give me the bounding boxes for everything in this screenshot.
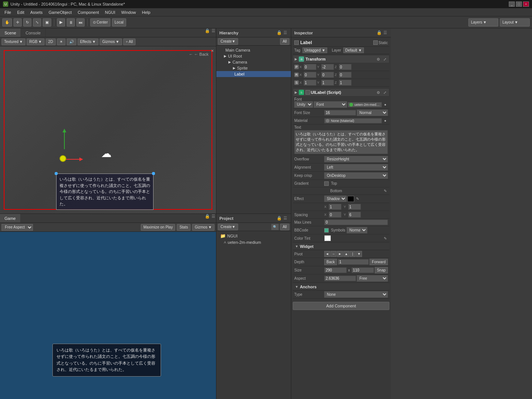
- keep-crisp-dropdown[interactable]: OnDesktop: [324, 172, 388, 179]
- uilabel-header[interactable]: ▶ S UILabel (Script) ⚙ ⤢: [293, 88, 389, 96]
- aspect-input[interactable]: [324, 276, 356, 281]
- hierarchy-all[interactable]: All: [280, 38, 289, 45]
- hierarchy-menu[interactable]: ☰: [283, 30, 288, 35]
- widget-section[interactable]: ▼ Widget: [293, 243, 389, 250]
- pivot-center-v[interactable]: |: [350, 251, 356, 257]
- add-component-button[interactable]: Add Component: [293, 302, 389, 310]
- anchors-type-dropdown[interactable]: None: [324, 291, 388, 298]
- scene-panel-lock[interactable]: 🔒: [204, 28, 211, 37]
- hierarchy-main-camera[interactable]: Main Camera: [216, 47, 291, 53]
- static-check[interactable]: [373, 40, 378, 45]
- gizmos-dropdown[interactable]: Gizmos ▼: [100, 39, 122, 45]
- alignment-dropdown[interactable]: Left: [324, 164, 388, 171]
- hierarchy-ui-root[interactable]: ▶ UI Root: [216, 53, 291, 59]
- menu-component[interactable]: Component: [75, 9, 102, 15]
- pivot-up[interactable]: ▲: [343, 251, 349, 257]
- effect-y-input[interactable]: [348, 204, 361, 210]
- game-panel-menu[interactable]: ☰: [211, 214, 216, 222]
- color-tint-edit[interactable]: ✎: [383, 236, 388, 241]
- transform-expand[interactable]: ⤢: [382, 56, 387, 62]
- game-panel-lock[interactable]: 🔒: [204, 214, 211, 222]
- scene-panel-menu[interactable]: ☰: [211, 28, 216, 37]
- pos-z-input[interactable]: [339, 64, 352, 70]
- aspect-mode-dropdown[interactable]: Free: [357, 275, 388, 282]
- handle-bl[interactable]: [55, 172, 58, 175]
- uilabel-gear[interactable]: ⚙: [376, 90, 381, 95]
- scene-close-btn[interactable]: ×: [211, 48, 214, 53]
- gradient-bottom-edit[interactable]: ✎: [383, 188, 388, 194]
- stats-btn[interactable]: Stats: [177, 224, 191, 231]
- effect-x-input[interactable]: [329, 204, 341, 210]
- pivot-down[interactable]: ▼: [356, 251, 362, 257]
- pause-btn[interactable]: ⏸: [67, 18, 75, 27]
- tab-scene[interactable]: Scene: [0, 28, 21, 37]
- depth-input[interactable]: [338, 259, 369, 265]
- effect-color-edit[interactable]: ✎: [355, 196, 360, 202]
- pos-y-input[interactable]: [321, 64, 334, 70]
- rect-tool[interactable]: ▣: [43, 18, 51, 27]
- maximize-btn[interactable]: □: [516, 1, 522, 7]
- overflow-dropdown[interactable]: ResizeHeight: [324, 156, 388, 162]
- gradient-checkbox[interactable]: [324, 181, 329, 186]
- effect-color-swatch[interactable]: [347, 196, 354, 202]
- scale-x-input[interactable]: [304, 80, 316, 86]
- hierarchy-sprite[interactable]: ▶ Sprite: [216, 65, 291, 71]
- font-dropdown[interactable]: Font: [314, 101, 347, 108]
- pivot-right[interactable]: ►: [337, 251, 343, 257]
- font-ref-dot-btn[interactable]: ●: [383, 102, 388, 107]
- aspect-dropdown[interactable]: Free Aspect: [1, 224, 33, 231]
- depth-back-btn[interactable]: Back: [324, 259, 337, 265]
- color-tint-swatch[interactable]: [324, 235, 331, 241]
- layers-dropdown[interactable]: Layers ▼: [468, 18, 498, 27]
- scale-y-input[interactable]: [321, 80, 334, 86]
- menu-file[interactable]: File: [1, 9, 14, 15]
- hierarchy-create[interactable]: Create ▼: [218, 38, 238, 45]
- audio-toggle[interactable]: 🔊: [67, 39, 76, 45]
- tag-dropdown[interactable]: Untagged ▼: [303, 47, 327, 53]
- scene-label-box[interactable]: いろは歌（いろはうた）とは、すべての仮名を重複させずに使って作られた誦文のこと。…: [56, 174, 153, 210]
- material-ref[interactable]: None (Material): [324, 118, 382, 123]
- layout-dropdown[interactable]: Layout ▼: [500, 18, 530, 27]
- inspector-menu[interactable]: ☰: [383, 30, 388, 35]
- lighting-toggle[interactable]: ☀: [57, 39, 66, 45]
- inspector-lock[interactable]: 🔒: [376, 30, 383, 35]
- text-textarea[interactable]: [294, 130, 388, 154]
- menu-edit[interactable]: Edit: [14, 9, 27, 15]
- transform-header[interactable]: ▶ ⊕ Transform ⚙ ⤢: [293, 55, 389, 63]
- menu-help[interactable]: Help: [139, 9, 153, 15]
- font-ref[interactable]: ueten-2m-medium: [348, 102, 382, 107]
- transform-gear[interactable]: ⚙: [376, 56, 381, 62]
- depth-forward-btn[interactable]: Forward: [370, 259, 388, 265]
- rot-label[interactable]: R: [294, 73, 299, 77]
- effect-dropdown[interactable]: Shadow: [324, 196, 347, 202]
- layer-dropdown[interactable]: Default ▼: [343, 47, 364, 53]
- anchors-section[interactable]: ▼ Anchors: [293, 283, 389, 291]
- close-btn[interactable]: ×: [523, 1, 529, 7]
- fontsize-input[interactable]: [324, 110, 356, 116]
- maximize-on-play[interactable]: Maximize on Play: [141, 224, 175, 231]
- static-checkbox[interactable]: Static: [373, 40, 388, 45]
- move-tool[interactable]: ✛: [13, 18, 22, 27]
- project-all[interactable]: All: [280, 224, 289, 230]
- pos-x-input[interactable]: [304, 64, 316, 70]
- back-button[interactable]: ← ← Back: [189, 52, 209, 56]
- project-menu[interactable]: ☰: [283, 216, 288, 221]
- rot-y-input[interactable]: [321, 72, 334, 78]
- local-btn[interactable]: Local: [112, 18, 126, 27]
- rotate-tool[interactable]: ↻: [23, 18, 31, 27]
- spacing-y-input[interactable]: [348, 212, 361, 218]
- scale-label[interactable]: S: [294, 80, 299, 85]
- project-font-asset[interactable]: A ueten-2m-medium: [218, 239, 289, 245]
- menu-window[interactable]: Window: [118, 9, 139, 15]
- tab-console[interactable]: Console: [21, 28, 45, 37]
- spacing-x-input[interactable]: [329, 212, 341, 218]
- scale-tool[interactable]: ⤡: [33, 18, 41, 27]
- play-btn[interactable]: ▶: [57, 18, 65, 27]
- size-w-input[interactable]: [324, 267, 347, 273]
- project-ngui[interactable]: 📁 NGUI: [218, 233, 289, 239]
- menu-ngui[interactable]: NGUI: [102, 9, 118, 15]
- max-lines-input[interactable]: [324, 220, 388, 225]
- hand-tool[interactable]: ✋: [2, 18, 12, 27]
- menu-gameobject[interactable]: GameObject: [46, 9, 75, 15]
- pivot-left[interactable]: ◄: [324, 251, 330, 257]
